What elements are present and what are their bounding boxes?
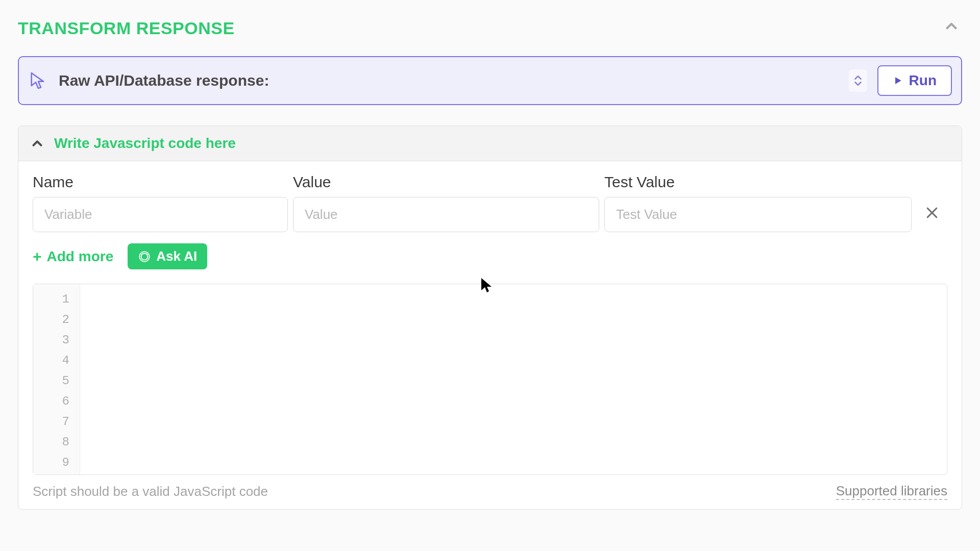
line-number: 9: [33, 453, 69, 473]
variables-section: Name Value Test Value + Add more: [18, 161, 962, 274]
variable-test-value-input[interactable]: [604, 197, 912, 232]
line-number: 4: [33, 350, 69, 371]
column-header-name: Name: [33, 173, 288, 191]
play-icon: [893, 76, 903, 86]
section-header: TRANSFORM RESPONSE: [18, 15, 962, 41]
cursor-icon: [28, 70, 48, 91]
column-header-test-value: Test Value: [604, 173, 912, 191]
ask-ai-button[interactable]: Ask AI: [128, 243, 207, 269]
variable-value-input[interactable]: [293, 197, 599, 232]
raw-response-bar: Raw API/Database response: Run: [18, 56, 962, 105]
expand-collapse-toggle[interactable]: [849, 69, 867, 92]
variable-name-input[interactable]: [33, 197, 288, 232]
line-number: 2: [33, 310, 69, 330]
run-button[interactable]: Run: [877, 65, 952, 96]
add-more-label: Add more: [47, 248, 114, 265]
add-more-button[interactable]: + Add more: [33, 248, 113, 265]
code-panel-title: Write Javascript code here: [54, 135, 236, 152]
code-area[interactable]: [80, 284, 947, 474]
svg-marker-0: [895, 77, 901, 84]
code-panel-footer: Script should be a valid JavaScript code…: [18, 475, 962, 509]
code-editor[interactable]: 1 2 3 4 5 6 7 8 9: [33, 284, 947, 475]
code-panel-header[interactable]: Write Javascript code here: [18, 126, 962, 161]
raw-response-label: Raw API/Database response:: [59, 72, 839, 89]
variables-column-headers: Name Value Test Value: [33, 173, 947, 191]
page-title: TRANSFORM RESPONSE: [18, 18, 235, 38]
ai-sparkle-icon: [138, 250, 151, 263]
line-number: 6: [33, 391, 69, 412]
collapse-section-button[interactable]: [941, 15, 962, 41]
validation-message: Script should be a valid JavaScript code: [33, 484, 268, 499]
ask-ai-label: Ask AI: [156, 248, 197, 264]
code-panel: Write Javascript code here Name Value Te…: [18, 126, 962, 510]
remove-row-button[interactable]: [917, 205, 947, 224]
supported-libraries-link[interactable]: Supported libraries: [836, 483, 947, 500]
line-number: 7: [33, 412, 69, 432]
run-button-label: Run: [909, 72, 937, 89]
line-number: 5: [33, 371, 69, 391]
line-number: 1: [33, 289, 69, 310]
line-number: 3: [33, 330, 69, 350]
editor-gutter: 1 2 3 4 5 6 7 8 9: [33, 284, 80, 474]
plus-icon: +: [33, 248, 42, 265]
line-number: 8: [33, 432, 69, 453]
column-header-value: Value: [293, 173, 599, 191]
chevron-up-icon: [30, 136, 45, 151]
variable-row: [33, 197, 947, 232]
actions-row: + Add more Ask AI: [33, 243, 947, 269]
